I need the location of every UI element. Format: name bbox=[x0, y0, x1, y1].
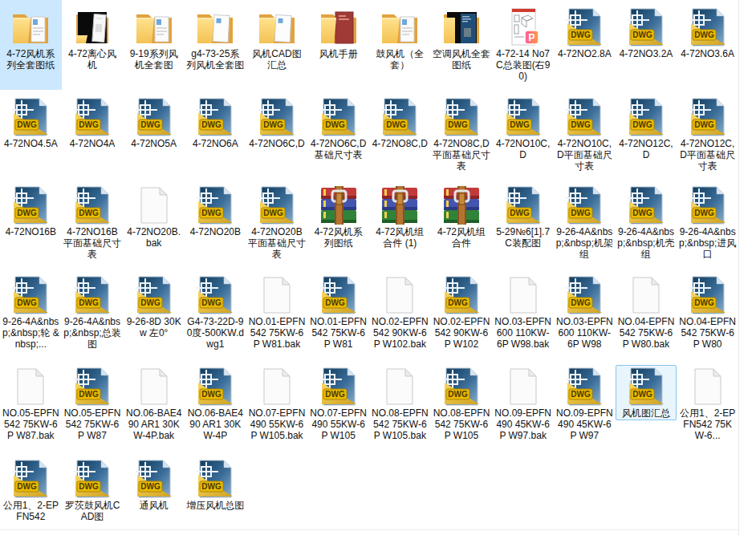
file-item[interactable]: DWG 9-26-4A&nbsp;&nbsp;轮 &nbsp;... bbox=[0, 268, 62, 359]
file-item[interactable]: 风机CAD图汇总 bbox=[246, 0, 308, 90]
file-item[interactable]: DWG 4-72NO10C,D平面基础尺寸表 bbox=[554, 90, 616, 178]
file-item[interactable]: DWG 4-72NO16B平面基础尺寸表 bbox=[62, 178, 124, 268]
file-item[interactable]: DWG 5-29№6[1].7C装配图 bbox=[492, 178, 554, 268]
file-item[interactable]: DWG 4-72NO4.5A bbox=[0, 90, 62, 178]
file-label: NO.05-EPFN542 75KW-6P W87.bak bbox=[2, 407, 59, 441]
file-item[interactable]: DWG 4-72NO3.6A bbox=[677, 0, 738, 90]
file-label: 9-26-4A&nbsp;&nbsp;总装图 bbox=[63, 316, 121, 350]
file-item[interactable]: DWG G4-73-22D-90度-500KW.dwg1 bbox=[185, 268, 246, 359]
file-item[interactable]: 风机手册 bbox=[307, 0, 369, 90]
file-item[interactable]: 4-72风机系列全套图纸 bbox=[0, 0, 62, 90]
dwg-file-icon: DWG bbox=[565, 367, 604, 406]
file-item[interactable]: DWG 罗茨鼓风机CAD图 bbox=[62, 452, 124, 535]
file-label: 4-72NO3.6A bbox=[679, 48, 737, 59]
file-item[interactable]: DWG 4-72NO8C,D平面基础尺寸表 bbox=[431, 90, 493, 178]
file-item[interactable]: NO.05-EPFN542 75KW-6P W87.bak bbox=[0, 359, 62, 452]
file-item[interactable]: DWG 4-72NO20B平面基础尺寸表 bbox=[246, 178, 308, 268]
dwg-file-icon: DWG bbox=[73, 367, 112, 406]
file-item-box: DWG 4-72NO16B bbox=[0, 184, 61, 239]
file-item[interactable]: 4-72离心风机 bbox=[62, 0, 124, 90]
svg-text:DWG: DWG bbox=[140, 120, 161, 129]
file-item[interactable]: DWG 4-72NO10C,D bbox=[492, 90, 554, 178]
dwg-file-icon: DWG bbox=[627, 98, 665, 136]
file-item[interactable]: DWG 4-72NO12C,D bbox=[616, 90, 677, 178]
file-item[interactable]: 空调风机全套图纸 bbox=[431, 0, 493, 90]
file-item[interactable]: 4-72风机组合件 bbox=[431, 178, 493, 268]
file-label: 9-26-8D 30Kw 左0° bbox=[125, 316, 183, 338]
file-item[interactable]: 鼓风机（全套） bbox=[369, 0, 431, 90]
file-item[interactable]: g4-73-25系列风机全套图 bbox=[185, 0, 246, 90]
bak-file-icon bbox=[135, 186, 173, 225]
file-item[interactable]: NO.02-EPFN542 90KW-6P W102.bak bbox=[369, 268, 431, 359]
file-item[interactable]: DWG 增压风机总图 bbox=[185, 452, 246, 535]
file-item-box: 风机CAD图汇总 bbox=[246, 6, 307, 72]
file-item-box: DWG NO.04-EPFN542 75KW-6P W80 bbox=[677, 274, 738, 351]
dwg-file-icon: DWG bbox=[11, 98, 50, 136]
file-label: 4-72NO10C,D平面基础尺寸表 bbox=[555, 138, 613, 172]
file-item[interactable]: 公用1、2-EPFN542 75KW-6... bbox=[677, 359, 738, 452]
file-label: 公用1、2-EPFN542 bbox=[2, 500, 59, 522]
file-label: 风机CAD图汇总 bbox=[248, 48, 306, 71]
file-item[interactable]: NO.03-EPFN600 110KW-6P W98.bak bbox=[492, 268, 554, 359]
svg-text:DWG: DWG bbox=[18, 298, 38, 307]
file-item[interactable]: P 4-72-14 No7C总装图(右90) bbox=[492, 0, 554, 90]
file-item[interactable]: DWG 4-72NO2.8A bbox=[554, 0, 616, 90]
file-item[interactable]: DWG 通风机 bbox=[123, 452, 185, 535]
file-label: 9-26-4A&nbsp;&nbsp;进风口 bbox=[679, 226, 737, 260]
file-label: 4-72NO20B平面基础尺寸表 bbox=[248, 226, 306, 260]
file-item[interactable]: DWG 4-72NO5A bbox=[123, 90, 185, 178]
file-label: 9-19系列风机全套图 bbox=[125, 48, 183, 71]
file-item[interactable]: DWG NO.02-EPFN542 90KW-6P W102 bbox=[431, 268, 493, 359]
file-item[interactable]: DWG 4-72NO3.2A bbox=[616, 0, 677, 90]
dwg-file-icon: DWG bbox=[319, 98, 358, 136]
file-label: 4-72NO3.2A bbox=[617, 48, 675, 59]
file-item-box: DWG 4-72NO4.5A bbox=[0, 95, 61, 151]
file-item[interactable]: DWG 4-72NO4A bbox=[62, 90, 124, 178]
file-item[interactable]: DWG NO.01-EPFN542 75KW-6P W81 bbox=[307, 268, 369, 359]
file-item[interactable]: DWG 4-72NO6C,D基础尺寸表 bbox=[307, 90, 369, 178]
file-item[interactable]: DWG 9-26-4A&nbsp;&nbsp;总装图 bbox=[62, 268, 124, 359]
file-label: 鼓风机（全套） bbox=[371, 48, 429, 71]
file-item[interactable]: NO.06-BAE490 AR1 30KW-4P.bak bbox=[123, 359, 185, 452]
file-item[interactable]: DWG NO.06-BAE490 AR1 30KW-4P bbox=[185, 359, 246, 452]
file-item[interactable]: NO.07-EPFN490 55KW-6P W105.bak bbox=[246, 359, 308, 452]
file-item[interactable]: DWG NO.05-EPFN542 75KW-6P W87 bbox=[62, 359, 124, 452]
file-item[interactable]: DWG 4-72NO6C,D bbox=[246, 90, 308, 178]
rar-archive-icon bbox=[319, 186, 358, 225]
file-item[interactable]: 4-72风机系列图纸 bbox=[307, 178, 369, 268]
file-item[interactable]: DWG NO.03-EPFN600 110KW-6P W98 bbox=[554, 268, 616, 359]
file-item[interactable]: NO.01-EPFN542 75KW-6P W81.bak bbox=[246, 268, 308, 359]
file-item[interactable]: DWG 4-72NO12C,D平面基础尺寸表 bbox=[677, 90, 738, 178]
file-item[interactable]: DWG 4-72NO6A bbox=[185, 90, 246, 178]
dwg-file-icon: DWG bbox=[196, 460, 234, 498]
file-item-box: DWG 9-26-4A&nbsp;&nbsp;总装图 bbox=[62, 274, 123, 351]
file-item[interactable]: DWG 4-72NO20B bbox=[185, 178, 246, 268]
file-item[interactable]: 4-72风机组合件 (1) bbox=[369, 178, 431, 268]
file-item[interactable]: 9-19系列风机全套图 bbox=[123, 0, 185, 90]
file-item[interactable]: DWG 9-26-4A&nbsp;&nbsp;机架组 bbox=[554, 178, 616, 268]
dwg-file-icon: DWG bbox=[504, 98, 543, 136]
file-item-box: DWG NO.01-EPFN542 75KW-6P W81 bbox=[308, 274, 369, 351]
file-item[interactable]: DWG NO.08-EPFN542 75KW-6P W105 bbox=[431, 359, 493, 452]
file-label: NO.09-EPFN490 45KW-6P W97 bbox=[555, 407, 613, 441]
svg-text:DWG: DWG bbox=[202, 209, 222, 217]
file-item[interactable]: DWG 4-72NO8C,D bbox=[369, 90, 431, 178]
svg-text:DWG: DWG bbox=[571, 30, 591, 39]
file-item[interactable]: DWG 风机图汇总 bbox=[616, 359, 677, 452]
file-item[interactable]: NO.09-EPFN490 45KW-6P W97.bak bbox=[492, 359, 554, 452]
file-label: G4-73-22D-90度-500KW.dwg1 bbox=[186, 316, 244, 350]
file-item[interactable]: DWG NO.09-EPFN490 45KW-6P W97 bbox=[554, 359, 616, 452]
file-item[interactable]: DWG NO.07-EPFN490 55KW-6P W105 bbox=[307, 359, 369, 452]
window-bottom-edge bbox=[0, 529, 738, 530]
file-item[interactable]: DWG 4-72NO16B bbox=[0, 178, 62, 268]
file-item[interactable]: DWG NO.04-EPFN542 75KW-6P W80 bbox=[677, 268, 738, 359]
file-label: 4-72NO12C,D bbox=[617, 138, 675, 160]
file-item[interactable]: NO.04-EPFN542 75KW-6P W80.bak bbox=[616, 268, 677, 359]
file-item[interactable]: NO.08-EPFN542 75KW-6P W105.bak bbox=[369, 359, 431, 452]
file-item[interactable]: DWG 9-26-4A&nbsp;&nbsp;进风口 bbox=[677, 178, 738, 268]
file-item[interactable]: 4-72NO20B.bak bbox=[123, 178, 185, 268]
rar-archive-icon bbox=[442, 186, 481, 225]
file-item[interactable]: DWG 9-26-8D 30Kw 左0° bbox=[123, 268, 185, 359]
file-item[interactable]: DWG 公用1、2-EPFN542 bbox=[0, 452, 62, 535]
file-item[interactable]: DWG 9-26-4A&nbsp;&nbsp;机壳组 bbox=[616, 178, 677, 268]
